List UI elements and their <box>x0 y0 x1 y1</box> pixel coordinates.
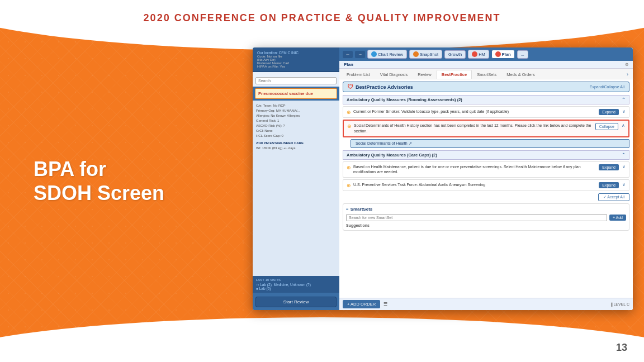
sdoh-warning-icon: ⊕ <box>347 123 352 129</box>
item-aaa-chevron[interactable]: ∨ <box>622 182 626 187</box>
tab-hm[interactable]: HM <box>468 50 489 59</box>
item-smoker-chevron[interactable]: ∨ <box>622 109 626 114</box>
emr-bottombar: + ADD ORDER ☰ ▐ LEVEL C <box>339 298 633 310</box>
bpa-shield-icon: 🛡 <box>348 84 353 90</box>
page-number: 13 <box>616 342 627 354</box>
item-sdoh-chevron[interactable]: ∧ <box>622 123 625 128</box>
add-order-button[interactable]: + ADD ORDER <box>343 300 380 308</box>
start-review-button[interactable]: Start Review <box>255 297 337 307</box>
accept-all-button[interactable]: ✓ Accept All <box>598 193 629 201</box>
emr-main-content: ← → Chart Review SnapShot Growth HM Plan <box>339 47 633 310</box>
subnav-meds-orders[interactable]: Meds & Orders <box>501 70 539 79</box>
subnav-review[interactable]: Review <box>413 70 437 79</box>
bpa-section-care-gaps: Ambulatory Quality Measures (Care Gaps) … <box>343 150 629 160</box>
bpa-item-smoker: ⊕ Current or Former Smoker: Validate tob… <box>343 106 629 118</box>
bpa-item-aaa-expand[interactable]: Expand <box>599 182 619 188</box>
snapshot-icon <box>413 51 419 57</box>
tab-snapshot[interactable]: SnapShot <box>409 50 442 59</box>
subnav-smartsets[interactable]: SmartSets <box>472 70 501 79</box>
bpa-item-sdoh-collapse[interactable]: Collapse <box>595 123 618 130</box>
smartsets-search-input[interactable] <box>346 214 607 221</box>
section-rooming-chevron[interactable]: ⌃ <box>622 97 626 102</box>
smartsets-icon: ≡ <box>346 207 349 212</box>
bpa-item-smoker-expand[interactable]: Expand <box>599 109 619 115</box>
level-indicator: ▐ LEVEL C <box>610 302 629 306</box>
emr-patient-details: C/e: Team: No RCP Primary Org: MA HUMANA… <box>253 101 339 276</box>
emr-forward-button[interactable]: → <box>355 51 365 58</box>
subnav-problem-list[interactable]: Problem List <box>342 70 375 79</box>
emr-subnav: Problem List Vital Diagnosis Review Best… <box>339 69 633 79</box>
conference-title: 2020 CONFERENCE ON PRACTICE & QUALITY IM… <box>144 12 501 24</box>
emr-topbar: ← → Chart Review SnapShot Growth HM Plan <box>339 47 633 61</box>
bpa-item-hm-expand[interactable]: Expand <box>599 164 619 170</box>
bpa-expand-collapse[interactable]: Expand/Collapse All <box>590 85 624 89</box>
item-hm-chevron[interactable]: ∨ <box>622 164 626 169</box>
item-aaa-icon: ⊕ <box>347 183 351 188</box>
tab-plan[interactable]: Plan <box>491 50 515 59</box>
bpa-title: 🛡 BestPractice Advisories <box>348 84 413 90</box>
item-warning-icon: ⊕ <box>347 109 351 115</box>
emr-alert-pneumococcal: Pneumococcal vaccine due <box>255 88 337 99</box>
emr-screenshot: Our location: CFM C INIC Code: Not on fi… <box>253 47 633 310</box>
section-care-gaps-chevron[interactable]: ⌃ <box>622 153 626 158</box>
slide-title: BPA for SDOH Screen <box>34 157 164 205</box>
smartsets-search-area: + Add <box>346 214 626 221</box>
bpa-section-rooming: Ambulatory Quality Measures (Rooming Ass… <box>343 95 629 104</box>
smartsets-header: ≡ SmartSets <box>346 207 626 212</box>
suggestions-header: Suggestions <box>346 223 626 227</box>
smartsets-section: ≡ SmartSets + Add Suggestions <box>343 203 629 231</box>
bpa-item-aaa: ⊕ U.S. Preventive Services Task Force: A… <box>343 179 629 191</box>
item-hm-icon: ⊕ <box>347 165 351 170</box>
subnav-vital-diagnosis[interactable]: Vital Diagnosis <box>375 70 413 79</box>
emr-back-button[interactable]: ← <box>343 51 353 58</box>
order-list-icon[interactable]: ☰ <box>383 302 387 307</box>
smartsets-add-button[interactable]: + Add <box>609 215 626 221</box>
accept-all-area: ✓ Accept All <box>343 193 629 201</box>
emr-location: Our location: CFM C INIC Code: Not on fi… <box>253 47 339 72</box>
chart-review-icon <box>371 51 377 57</box>
emr-start-review-area: Start Review <box>253 293 339 310</box>
subnav-bestpractice[interactable]: BestPractice <box>437 70 472 79</box>
bpa-header-bar: 🛡 BestPractice Advisories Expand/Collaps… <box>343 82 629 92</box>
emr-bpa-content: 🛡 BestPractice Advisories Expand/Collaps… <box>339 79 633 298</box>
emr-search-input[interactable] <box>255 77 337 84</box>
sdoh-link-bar[interactable]: Social Determinants of Health ↗ <box>351 139 629 148</box>
left-content: BPA for SDOH Screen <box>34 157 164 205</box>
tab-growth[interactable]: Growth <box>444 50 466 59</box>
bpa-item-sdoh: ⊕ Social Determinants of Health History … <box>343 120 629 137</box>
tab-more[interactable]: ... <box>517 50 528 59</box>
emr-last-visits: LAST 10 VISITS ↑r Lab (2), Medicine, Unk… <box>253 276 339 293</box>
emr-sidebar: Our location: CFM C INIC Code: Not on fi… <box>253 47 339 310</box>
bpa-item-hm-screening: ⊕ Based on Health Maintenance, patient i… <box>343 161 629 178</box>
hm-icon <box>472 51 477 57</box>
subnav-scroll-right[interactable]: › <box>624 70 631 79</box>
emr-search-area <box>253 72 339 87</box>
tab-chart-review[interactable]: Chart Review <box>367 50 407 59</box>
emr-plan-header: Plan ⚙ <box>339 61 633 69</box>
plan-icon <box>495 51 501 57</box>
